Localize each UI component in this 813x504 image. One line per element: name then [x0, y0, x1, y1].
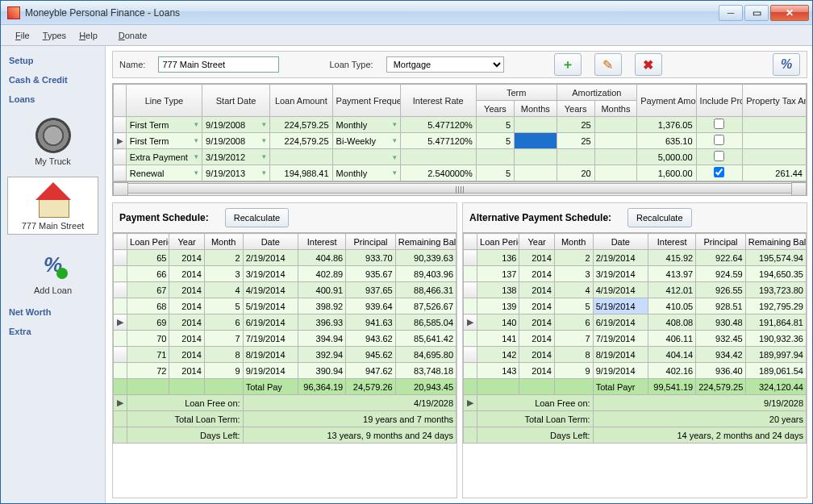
interest-button[interactable]: %: [773, 53, 800, 76]
menu-types[interactable]: Types: [36, 31, 73, 40]
name-label: Name:: [119, 60, 145, 69]
info-row: ▶Loan Free on:9/19/2028: [464, 395, 807, 411]
sidebar-item-my-truck[interactable]: My Truck: [7, 112, 98, 170]
window-title: Moneyble Personal Finance - Loans: [25, 7, 719, 19]
total-row: Total Payr99,541.19224,579.25324,120.44: [464, 379, 807, 395]
loan-form-bar: Name: Loan Type: Mortgage ＋ ✎ ✖ %: [112, 51, 807, 78]
col-include-tax[interactable]: Include Property Tax: [696, 85, 743, 117]
table-row[interactable]: ▶140201466/19/2014408.08930.48191,864.81: [464, 314, 807, 331]
col-loan-amount[interactable]: Loan Amount: [270, 85, 333, 117]
table-row[interactable]: Extra Payment3/19/20125,000.00: [114, 149, 807, 165]
app-icon: [7, 6, 20, 19]
close-button[interactable]: ✕: [770, 5, 809, 21]
col-amort-years[interactable]: Years: [557, 101, 594, 117]
sidebar-item-777-main-street[interactable]: 777 Main Street: [7, 177, 98, 235]
name-input[interactable]: [158, 56, 279, 73]
col-tax-amount[interactable]: Property Tax Amount: [743, 85, 807, 117]
table-row[interactable]: First Term9/19/2008224,579.25Monthly5.47…: [114, 117, 807, 133]
wheel-icon: [35, 118, 71, 153]
col-payment-amount[interactable]: Payment Amount: [637, 85, 696, 117]
sidebar-item-add-loan[interactable]: Add Loan: [7, 241, 98, 299]
col-year[interactable]: Year: [169, 234, 204, 250]
col-interest[interactable]: Interest: [648, 234, 695, 250]
info-row: Total Loan Term:20 years: [464, 411, 807, 427]
col-principal[interactable]: Principal: [696, 234, 746, 250]
sidebar-setup[interactable]: Setup: [4, 51, 102, 70]
col-remaining[interactable]: Remaining Balance: [395, 234, 456, 250]
loan-type-select[interactable]: Mortgage: [386, 56, 504, 73]
col-principal[interactable]: Principal: [346, 234, 396, 250]
add-button[interactable]: ＋: [554, 53, 582, 76]
total-row: Total Pay96,364.1924,579.2620,943.45: [114, 379, 457, 395]
table-row[interactable]: 137201433/19/2014413.97924.59194,650.35: [464, 266, 807, 282]
sidebar-extra[interactable]: Extra: [4, 322, 102, 341]
col-date[interactable]: Date: [593, 234, 648, 250]
table-row[interactable]: 70201477/19/2014394.94943.6285,641.42: [114, 331, 457, 347]
col-line-type[interactable]: Line Type: [126, 85, 202, 117]
sidebar-item-label: 777 Main Street: [10, 221, 96, 231]
col-payment-frequency[interactable]: Payment Frequency: [332, 85, 400, 117]
include-tax-checkbox[interactable]: [714, 119, 724, 129]
col-term-months[interactable]: Months: [515, 101, 557, 117]
table-row[interactable]: 136201422/19/2014415.92922.64195,574.94: [464, 250, 807, 266]
include-tax-checkbox[interactable]: [714, 135, 724, 145]
table-row[interactable]: 68201455/19/2014398.92939.6487,526.67: [114, 298, 457, 314]
recalculate-button[interactable]: Recalculate: [627, 208, 691, 227]
col-month[interactable]: Month: [554, 234, 593, 250]
table-row[interactable]: 65201422/19/2014404.86933.7090,339.63: [114, 250, 457, 266]
sidebar: Setup Cash & Credit Loans My Truck 777 M…: [1, 46, 106, 503]
include-tax-checkbox[interactable]: [714, 167, 724, 177]
col-period[interactable]: Loan Period: [477, 234, 519, 250]
col-amortization[interactable]: Amortization: [557, 85, 637, 101]
alt-payment-schedule-panel: Alternative Payment Schedule: Recalculat…: [462, 202, 807, 498]
schedule-title: Payment Schedule:: [119, 212, 209, 223]
titlebar[interactable]: Moneyble Personal Finance - Loans ─ ▭ ✕: [1, 1, 812, 25]
table-row[interactable]: 143201499/19/2014402.16936.40189,061.54: [464, 363, 807, 379]
table-row[interactable]: 72201499/19/2014390.94947.6283,748.18: [114, 363, 457, 379]
col-interest[interactable]: Interest: [298, 234, 345, 250]
table-row[interactable]: 66201433/19/2014402.89935.6789,403.96: [114, 266, 457, 282]
col-amort-months[interactable]: Months: [594, 101, 636, 117]
table-row[interactable]: ▶First Term9/19/2008224,579.25Bi-Weekly5…: [114, 133, 807, 149]
col-year[interactable]: Year: [519, 234, 554, 250]
alt-schedule-title: Alternative Payment Schedule:: [469, 212, 611, 223]
col-remaining[interactable]: Remaining Balance: [745, 234, 806, 250]
col-month[interactable]: Month: [204, 234, 243, 250]
maximize-button[interactable]: ▭: [744, 5, 769, 21]
sidebar-cash-credit[interactable]: Cash & Credit: [4, 70, 102, 90]
include-tax-checkbox[interactable]: [714, 151, 724, 161]
recalculate-button[interactable]: Recalculate: [225, 208, 289, 227]
loan-lines-grid: Line Type Start Date Loan Amount Payment…: [112, 83, 807, 182]
horizontal-scrollbar[interactable]: [112, 182, 807, 196]
loan-type-label: Loan Type:: [329, 60, 373, 69]
table-row[interactable]: 141201477/19/2014406.11932.45190,932.36: [464, 331, 807, 347]
col-term[interactable]: Term: [476, 85, 557, 101]
table-row[interactable]: Renewal9/19/2013194,988.41Monthly2.54000…: [114, 165, 807, 181]
info-row: Days Left:13 years, 9 months and 24 days: [114, 427, 457, 444]
house-icon: [35, 182, 71, 218]
table-row[interactable]: 139201455/19/2014410.05928.51192,795.29: [464, 298, 807, 314]
sidebar-item-label: Add Loan: [10, 285, 96, 295]
info-row: Days Left:14 years, 2 months and 24 days: [464, 427, 807, 444]
info-row: Total Loan Term:19 years and 7 months: [114, 411, 457, 427]
col-start-date[interactable]: Start Date: [202, 85, 270, 117]
table-row[interactable]: 67201444/19/2014400.91937.6588,466.31: [114, 282, 457, 298]
table-row[interactable]: 142201488/19/2014404.14934.42189,997.94: [464, 347, 807, 363]
table-row[interactable]: 138201444/19/2014412.01926.55193,723.80: [464, 282, 807, 298]
col-date[interactable]: Date: [243, 234, 298, 250]
sidebar-item-label: My Truck: [10, 156, 96, 166]
table-row[interactable]: 71201488/19/2014392.94945.6284,695.80: [114, 347, 457, 363]
sidebar-net-worth[interactable]: Net Worth: [4, 302, 102, 322]
menu-donate[interactable]: Donate: [112, 31, 153, 40]
sidebar-loans[interactable]: Loans: [4, 90, 102, 109]
col-interest-rate[interactable]: Interest Rate: [400, 85, 476, 117]
col-period[interactable]: Loan Period: [127, 234, 169, 250]
col-term-years[interactable]: Years: [476, 101, 514, 117]
edit-button[interactable]: ✎: [594, 53, 622, 76]
delete-button[interactable]: ✖: [635, 53, 662, 76]
menu-file[interactable]: File: [9, 31, 36, 40]
table-row[interactable]: ▶69201466/19/2014396.93941.6386,585.04: [114, 314, 457, 331]
menubar: File Types Help Donate: [1, 25, 812, 46]
minimize-button[interactable]: ─: [719, 5, 743, 21]
menu-help[interactable]: Help: [73, 31, 104, 40]
